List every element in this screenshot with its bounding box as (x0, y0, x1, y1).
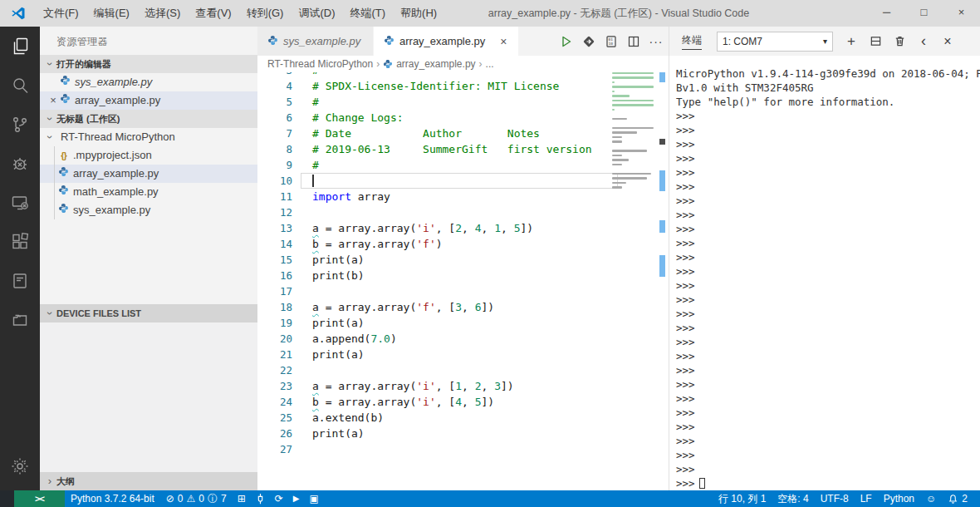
add-box-icon[interactable]: ⊞ (233, 490, 251, 507)
open-editor-item[interactable]: sys_example.py (40, 73, 257, 91)
code-line[interactable]: 16print(b) (257, 268, 669, 283)
download-to-device-button[interactable] (581, 34, 596, 49)
python-interpreter-item[interactable]: Python 3.7.2 64-bit (65, 490, 160, 507)
chevron-left-button[interactable]: ‹ (917, 35, 930, 48)
tree-folder-rt-thread[interactable]: › RT-Thread MicroPython (40, 128, 257, 146)
notifications-bell[interactable]: 2 (942, 490, 973, 507)
usb-plug-icon[interactable] (251, 490, 270, 507)
maximize-button[interactable]: □ (905, 0, 943, 27)
search-icon[interactable] (0, 66, 40, 105)
sync-icon[interactable]: ⟳ (270, 490, 288, 507)
minimap[interactable] (612, 72, 655, 214)
run-file-button[interactable] (559, 34, 574, 49)
minimize-button[interactable]: ─ (868, 0, 905, 27)
code-line[interactable]: 24b = array.array('i', [4, 5]) (257, 394, 669, 410)
feedback-smiley-icon[interactable]: ☺ (920, 490, 942, 507)
split-terminal-button[interactable] (869, 35, 882, 48)
code-line[interactable]: 20a.append(7.0) (257, 331, 669, 347)
code-line[interactable]: 15print(a) (257, 252, 669, 268)
chevron-down-icon: › (41, 112, 59, 126)
device-folder-icon[interactable] (0, 300, 40, 339)
code-line[interactable]: 14b = array.array('f') (257, 236, 669, 252)
source-control-icon[interactable] (0, 105, 40, 144)
python-file-icon (60, 91, 71, 110)
open-editor-item[interactable]: ×array_example.py (40, 91, 257, 110)
menu-item-2[interactable]: 选择(S) (137, 0, 188, 27)
code-line[interactable]: 10 (257, 173, 669, 189)
remote-device-icon[interactable] (0, 183, 40, 222)
breadcrumb[interactable]: RT-Thread MicroPython › array_example.py… (257, 56, 669, 72)
code-line[interactable]: 11import array (257, 189, 669, 204)
run-icon[interactable]: ▶ (288, 490, 305, 507)
open-editors-header[interactable]: › 打开的编辑器 (40, 55, 257, 73)
breadcrumb-file[interactable]: array_example.py (396, 58, 475, 70)
encoding-item[interactable]: UTF-8 (815, 490, 855, 507)
code-line[interactable]: 5# (257, 94, 669, 110)
text-cursor (312, 175, 314, 187)
explorer-icon[interactable] (0, 27, 40, 66)
code-line[interactable]: 21print(a) (257, 347, 669, 362)
binary-file-button[interactable]: 0110 (604, 34, 619, 49)
menu-item-4[interactable]: 转到(G) (239, 0, 292, 27)
tree-file-item[interactable]: math_example.py (40, 183, 257, 201)
cursor-position-item[interactable]: 行 10, 列 1 (713, 490, 772, 507)
menu-item-0[interactable]: 文件(F) (36, 0, 86, 27)
code-line[interactable]: 12 (257, 204, 669, 220)
error-icon: ⊘ (166, 490, 174, 507)
settings-gear-icon[interactable] (0, 446, 40, 485)
code-line[interactable]: 9# (257, 157, 669, 173)
device-files-header[interactable]: › DEVICE FILES LIST (40, 304, 257, 322)
terminal-line: >>> (676, 250, 980, 264)
breadcrumb-folder[interactable]: RT-Thread MicroPython (267, 58, 373, 70)
breadcrumb-more[interactable]: ... (486, 58, 494, 70)
code-line[interactable]: 19print(a) (257, 315, 669, 331)
terminal-select[interactable]: 1: COM7 ▾ (717, 32, 833, 52)
kill-terminal-trash-button[interactable] (893, 35, 906, 48)
problems-item[interactable]: ⊘ 0 ⚠ 0 ⓘ 7 (160, 490, 233, 507)
menu-item-5[interactable]: 调试(D) (291, 0, 342, 27)
code-line[interactable]: 27 (257, 441, 669, 457)
code-line[interactable]: 3# (257, 72, 669, 78)
code-line[interactable]: 25a.extend(b) (257, 410, 669, 426)
code-line[interactable]: 17 (257, 283, 669, 299)
menu-item-6[interactable]: 终端(T) (342, 0, 393, 27)
code-line[interactable]: 18a = array.array('f', [3, 6]) (257, 299, 669, 315)
tree-file-item[interactable]: sys_example.py (40, 201, 257, 219)
code-line[interactable]: 4# SPDX-License-Identifier: MIT License (257, 78, 669, 94)
close-icon[interactable]: × (497, 35, 510, 48)
stop-icon[interactable]: ▣ (304, 490, 323, 507)
indentation-item[interactable]: 空格: 4 (772, 490, 814, 507)
code-line[interactable]: 6# Change Logs: (257, 110, 669, 126)
device-files-body (40, 322, 257, 472)
debug-icon[interactable] (0, 144, 40, 183)
close-icon[interactable]: × (47, 91, 60, 110)
eol-item[interactable]: LF (855, 490, 878, 507)
menu-item-1[interactable]: 编辑(E) (86, 0, 137, 27)
menu-item-3[interactable]: 查看(V) (188, 0, 238, 27)
split-editor-button[interactable] (626, 34, 641, 49)
tree-file-item[interactable]: array_example.py (40, 165, 257, 183)
code-line[interactable]: 7# Date Author Notes (257, 126, 669, 141)
language-mode-item[interactable]: Python (878, 490, 920, 507)
tab-array_example.py[interactable]: array_example.py× (374, 27, 519, 56)
terminal-tab[interactable]: 终端 (682, 33, 702, 50)
code-editor[interactable]: 3#4# SPDX-License-Identifier: MIT Licens… (257, 72, 669, 490)
menu-item-7[interactable]: 帮助(H) (393, 0, 444, 27)
code-line[interactable]: 22 (257, 362, 669, 378)
code-line[interactable]: 13a = array.array('i', [2, 4, 1, 5]) (257, 220, 669, 236)
code-line[interactable]: 23a = array.array('i', [1, 2, 3]) (257, 378, 669, 394)
code-line[interactable]: 26print(a) (257, 426, 669, 441)
outline-header[interactable]: › 大纲 (40, 472, 257, 490)
close-panel-button[interactable]: × (941, 35, 954, 48)
remote-connect-indicator[interactable]: >< (14, 490, 65, 507)
close-button[interactable]: × (943, 0, 980, 27)
code-line[interactable]: 8# 2019-06-13 SummerGift first version (257, 141, 669, 157)
new-terminal-button[interactable]: + (845, 35, 858, 48)
workspace-header[interactable]: › 无标题 (工作区) (40, 110, 257, 128)
extensions-icon[interactable] (0, 222, 40, 261)
more-actions-button[interactable]: ··· (649, 34, 664, 49)
terminal-output[interactable]: MicroPython v1.9.4-114-g309fe39d on 2018… (669, 56, 980, 490)
tab-sys_example.py[interactable]: sys_example.py (257, 27, 374, 56)
output-notebook-icon[interactable] (0, 261, 40, 300)
tree-file-item[interactable]: {}.mpyproject.json (40, 146, 257, 165)
